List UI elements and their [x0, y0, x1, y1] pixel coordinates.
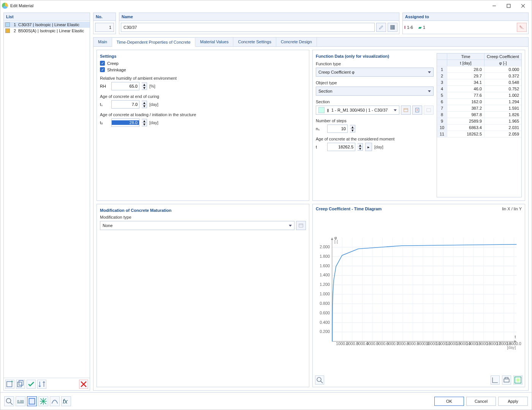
t0-unit: [day]	[149, 120, 158, 125]
table-row[interactable]: 8987.81.826	[437, 111, 521, 118]
ts-spin[interactable]: ▴▾	[142, 101, 147, 108]
section-new-button[interactable]	[401, 106, 411, 115]
material-list[interactable]: 1 C30/37 | Isotropic | Linear Elastic 2 …	[4, 21, 90, 378]
svg-text:1.400: 1.400	[320, 273, 330, 277]
shrinkage-checkbox[interactable]: ✓Shrinkage	[100, 67, 306, 72]
tab-main[interactable]: Main	[93, 38, 112, 46]
table-row[interactable]: 6162.01.294	[437, 98, 521, 105]
creep-checkbox[interactable]: ✓Creep	[100, 61, 306, 66]
t0-spin[interactable]: ▴▾	[142, 119, 147, 126]
steps-input[interactable]	[327, 125, 348, 133]
tab-concrete-design[interactable]: Concrete Design	[276, 38, 317, 46]
maximize-button[interactable]	[501, 2, 516, 9]
chart-axes-button[interactable]	[491, 375, 500, 385]
table-row[interactable]: 128.00.000	[437, 66, 521, 73]
tab-material-values[interactable]: Material Values	[195, 38, 233, 46]
settings-pane: Settings ✓Creep ✓Shrinkage Relative humi…	[97, 50, 309, 201]
otype-dropdown[interactable]: Section	[316, 87, 434, 96]
copy-material-button[interactable]	[16, 380, 25, 389]
func-title: Function Data (only for visualization)	[316, 54, 434, 58]
list-item[interactable]: 2 B500S(A) | Isotropic | Linear Elastic	[4, 28, 90, 34]
table-row[interactable]: 229.70.372	[437, 73, 521, 79]
apply-button[interactable]: Apply	[498, 397, 528, 406]
table-row[interactable]: 1118262.52.059	[437, 131, 521, 137]
view-mode-2-button[interactable]	[38, 396, 48, 406]
tab-concrete-settings[interactable]: Concrete Settings	[233, 38, 276, 46]
section-swatch-icon	[318, 107, 325, 113]
t0-symbol: t₀	[100, 120, 109, 125]
svg-rect-1	[7, 382, 12, 387]
library-button[interactable]	[388, 23, 397, 32]
chart-pane: Creep Coefficient - Time Diagram lin X /…	[312, 204, 525, 387]
table-row[interactable]: 106863.42.031	[437, 124, 521, 131]
t0-input[interactable]	[111, 118, 139, 127]
svg-text:t: t	[515, 334, 516, 339]
edit-name-button[interactable]	[376, 23, 386, 32]
name-input[interactable]: C30/37	[121, 23, 375, 32]
rh-spin[interactable]: ▴▾	[142, 82, 147, 90]
footer: 0.00 fx OK Cancel Apply	[0, 392, 532, 410]
assigned-chip: ▰1	[418, 25, 425, 30]
chart-print-button[interactable]	[502, 375, 511, 385]
svg-text:1.200: 1.200	[320, 282, 330, 287]
chart-zoom-button[interactable]	[315, 375, 324, 385]
table-row[interactable]: 7387.21.591	[437, 105, 521, 111]
ts-input[interactable]	[111, 100, 139, 109]
table-row[interactable]: 92589.91.965	[437, 118, 521, 124]
age-max-button[interactable]: ▸	[365, 143, 372, 151]
ftype-dropdown[interactable]: Creep Coefficient φ	[316, 68, 434, 77]
no-field: 1	[95, 23, 114, 32]
steps-spin[interactable]: ▴▾	[350, 125, 355, 132]
pick-assign-button[interactable]	[517, 23, 527, 32]
view-mode-3-button[interactable]	[50, 396, 60, 406]
script-button[interactable]: fx	[61, 396, 71, 406]
sort-button[interactable]	[37, 380, 46, 389]
chart-canvas: 0.2000.4000.6000.8001.0001.2001.4001.600…	[315, 213, 522, 374]
section-lib-button[interactable]	[412, 106, 422, 115]
table-row[interactable]: 334.10.548	[437, 79, 521, 85]
chart-export-button[interactable]	[513, 375, 522, 385]
rh-label: Relative humidity of ambient environment	[100, 76, 306, 80]
minimize-button[interactable]	[487, 2, 501, 9]
delete-material-button[interactable]	[79, 380, 88, 389]
svg-text:0.800: 0.800	[320, 301, 330, 306]
table-row[interactable]: 446.00.752	[437, 85, 521, 92]
material-list-panel: List 1 C30/37 | Isotropic | Linear Elast…	[3, 13, 90, 391]
cancel-button[interactable]: Cancel	[466, 397, 496, 406]
check-button[interactable]	[27, 380, 36, 389]
view-mode-1-button[interactable]	[27, 396, 37, 406]
steps-symbol: nₛ	[316, 126, 325, 131]
mod-type-dropdown[interactable]: None	[100, 221, 294, 230]
mod-type-label: Modification type	[100, 215, 306, 219]
ok-button[interactable]: OK	[434, 397, 464, 406]
svg-rect-77	[505, 377, 508, 379]
list-header: List	[4, 13, 90, 21]
mod-edit-button[interactable]	[296, 221, 306, 230]
mod-title: Modification of Concrete Maturation	[100, 208, 306, 213]
age-symbol: t	[316, 145, 325, 149]
age-spin[interactable]: ▴▾	[358, 143, 363, 151]
svg-rect-10	[427, 109, 431, 112]
svg-rect-79	[516, 378, 519, 382]
section-del-button[interactable]	[424, 106, 434, 115]
list-item[interactable]: 1 C30/37 | Isotropic | Linear Elastic	[4, 22, 90, 28]
svg-text:2.000: 2.000	[320, 244, 330, 249]
new-material-button[interactable]	[5, 380, 14, 389]
close-button[interactable]	[516, 2, 530, 9]
help-button[interactable]	[4, 396, 14, 406]
chevron-down-icon: ▾	[142, 86, 147, 90]
table-row[interactable]: 577.61.002	[437, 92, 521, 98]
age-input[interactable]	[327, 143, 355, 151]
svg-text:fx: fx	[63, 398, 68, 405]
svg-text:0.200: 0.200	[320, 329, 330, 334]
section-dropdown[interactable]: ▮1 - R_M1 300/450 | 1 - C30/37	[316, 106, 399, 115]
chevron-down-icon	[428, 71, 431, 73]
units-button[interactable]: 0.00	[16, 396, 25, 406]
ts-label: Age of concrete at end of curing	[100, 94, 306, 99]
svg-rect-4	[391, 25, 392, 30]
svg-point-80	[6, 398, 11, 403]
titlebar: Edit Material	[0, 0, 532, 11]
rh-input[interactable]	[111, 82, 139, 90]
tab-time-dependent-properties-of-concrete[interactable]: Time-Dependent Properties of Concrete	[112, 38, 196, 47]
svg-text:1.000: 1.000	[320, 292, 330, 296]
